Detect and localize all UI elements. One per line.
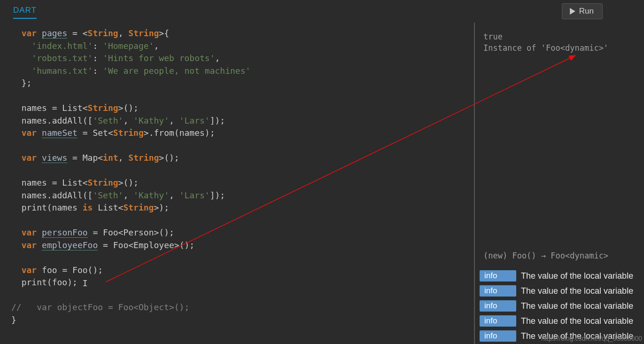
info-badge: info [480,285,516,297]
diagnostic-message: The value of the local variable [521,316,633,326]
top-bar: DART Run [0,0,644,23]
diagnostic-row[interactable]: infoThe value of the local variable [475,284,644,298]
watermark: https://blog.csdn.net/qq_33608000 [541,335,642,342]
language-tab[interactable]: DART [13,4,37,19]
diagnostic-message: The value of the local variable [521,271,633,281]
info-badge: info [480,315,516,327]
play-icon [570,8,575,15]
diagnostic-row[interactable]: infoThe value of the local variable [475,299,644,313]
info-badge: info [480,300,516,312]
code-editor[interactable]: var pages = <String, String>{ 'index.htm… [0,23,474,344]
console-line: Instance of 'Foo<dynamic>' [483,42,636,54]
console-line: true [483,31,636,42]
diagnostic-message: The value of the local variable [521,286,633,296]
diagnostics-list: infoThe value of the local variable info… [475,262,644,344]
console-output: true Instance of 'Foo<dynamic>' [475,23,644,54]
main-area: var pages = <String, String>{ 'index.htm… [0,23,644,344]
run-label: Run [579,7,594,16]
right-panel: true Instance of 'Foo<dynamic>' (new) Fo… [475,23,644,344]
info-badge: info [480,330,516,342]
text-cursor-icon: I [83,277,87,286]
diagnostic-row[interactable]: infoThe value of the local variable [475,314,644,328]
run-button[interactable]: Run [562,3,603,19]
quick-doc: (new) Foo() → Foo<dynamic> [475,249,644,262]
diagnostic-row[interactable]: infoThe value of the local variable [475,269,644,283]
diagnostic-message: The value of the local variable [521,301,633,311]
info-badge: info [480,270,516,281]
